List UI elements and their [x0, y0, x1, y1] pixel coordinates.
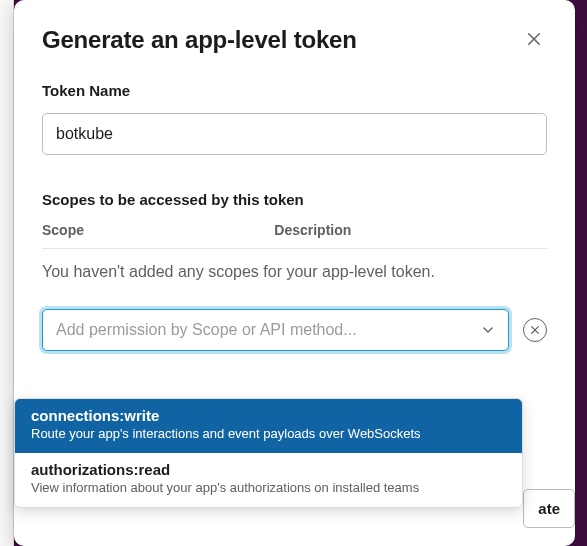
- close-button[interactable]: [521, 26, 547, 52]
- scope-option-desc: Route your app's interactions and event …: [31, 426, 506, 443]
- token-name-label: Token Name: [42, 82, 547, 99]
- x-icon: [530, 325, 540, 335]
- column-description: Description: [274, 222, 547, 238]
- scope-dropdown: connections:write Route your app's inter…: [14, 398, 523, 508]
- scope-combobox[interactable]: [42, 309, 509, 351]
- token-name-input[interactable]: [42, 113, 547, 155]
- modal-title: Generate an app-level token: [42, 26, 357, 54]
- generate-button[interactable]: ate: [523, 489, 575, 528]
- close-icon: [525, 30, 543, 48]
- scope-option-connections-write[interactable]: connections:write Route your app's inter…: [15, 399, 522, 453]
- column-scope: Scope: [42, 222, 274, 238]
- scopes-section-label: Scopes to be accessed by this token: [42, 191, 547, 208]
- scope-option-authorizations-read[interactable]: authorizations:read View information abo…: [15, 453, 522, 507]
- scopes-columns-header: Scope Description: [42, 222, 547, 249]
- scope-option-name: connections:write: [31, 407, 506, 424]
- scope-option-desc: View information about your app's author…: [31, 480, 506, 497]
- scope-option-name: authorizations:read: [31, 461, 506, 478]
- empty-scopes-message: You haven't added any scopes for your ap…: [42, 263, 547, 281]
- clear-scope-button[interactable]: [523, 318, 547, 342]
- scope-search-input[interactable]: [43, 310, 468, 350]
- chevron-down-icon: [468, 322, 508, 338]
